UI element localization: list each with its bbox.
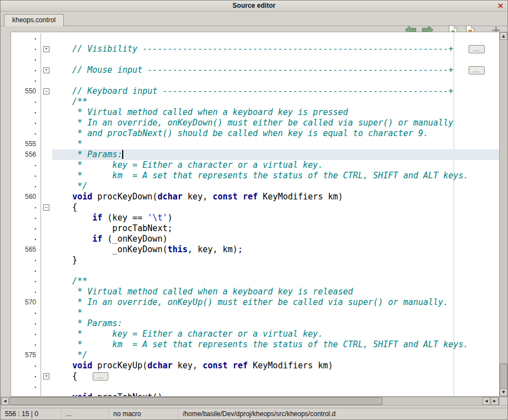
code-text[interactable]: * (52, 308, 499, 318)
code-line[interactable]: • * Virtual method called when a keyboar… (11, 107, 499, 118)
code-text[interactable]: } (52, 255, 499, 266)
code-text[interactable] (52, 382, 499, 392)
code-line[interactable]: • } (11, 255, 499, 266)
code-line[interactable]: • * key = Either a character or a virtua… (11, 160, 499, 171)
code-text[interactable]: if (key == '\t') (52, 213, 499, 223)
code-line[interactable]: • (11, 76, 499, 86)
code-text[interactable]: {... (52, 371, 499, 382)
fold-margin[interactable]: + (41, 65, 52, 76)
code-line[interactable]: • * Params: (11, 318, 499, 329)
code-line[interactable]: • * and procTabNext() should be called w… (11, 128, 499, 139)
folded-code-ellipsis[interactable]: ... (469, 66, 484, 74)
code-text[interactable]: * Params: (52, 149, 499, 160)
code-line[interactable]: 550− // Keyboard input -----------------… (11, 86, 499, 97)
code-line[interactable]: • */ (11, 181, 499, 192)
code-line[interactable]: • (11, 266, 499, 276)
code-text[interactable]: */ (52, 350, 499, 361)
code-line[interactable]: 560 void procKeyDown(dchar key, const re… (11, 192, 499, 202)
horizontal-scrollbar[interactable]: ◀ ◀ ▶ (1, 397, 499, 406)
code-text[interactable] (52, 76, 499, 86)
code-line[interactable]: • * (11, 308, 499, 318)
vertical-scrollbar-thumb[interactable] (500, 363, 507, 389)
code-line[interactable]: •+ // Visibility -----------------------… (11, 44, 499, 54)
close-icon[interactable]: ✕ (497, 2, 504, 10)
scroll-down-icon[interactable]: ▼ (500, 388, 507, 396)
code-line[interactable]: •+ // Mouse input ----------------------… (11, 65, 499, 76)
fold-margin (41, 76, 52, 86)
code-text[interactable]: // Mouse input -------------------------… (52, 65, 499, 76)
code-text[interactable]: // Visibility --------------------------… (52, 44, 499, 54)
code-text[interactable]: * Virtual method called when a keyboard … (52, 107, 499, 118)
fold-margin[interactable]: − (41, 86, 52, 97)
code-text[interactable]: if (_onKeyDown) (52, 234, 499, 244)
code-editor[interactable]: ••+ // Visibility ----------------------… (11, 32, 499, 397)
code-text[interactable]: * (52, 139, 499, 149)
code-text[interactable]: * In an override, onKeyDown() must eithe… (52, 118, 499, 128)
code-line[interactable]: • /** (11, 276, 499, 287)
code-line[interactable]: • * km = A set that represents the statu… (11, 171, 499, 181)
code-line[interactable]: • (11, 54, 499, 65)
code-line[interactable]: •+ {... (11, 371, 499, 382)
line-number: • (11, 266, 41, 276)
tab-kheops-control[interactable]: kheops.control (4, 14, 64, 26)
code-text[interactable]: procTabNext; (52, 223, 499, 234)
code-line[interactable]: • void procTabNext() (11, 392, 499, 397)
code-text[interactable]: _onKeyDown(this, key, km); (52, 244, 499, 255)
fold-collapsed-icon[interactable]: + (43, 46, 49, 52)
code-text[interactable]: * Params: (52, 318, 499, 329)
code-line[interactable]: • (11, 33, 499, 44)
code-text[interactable] (52, 54, 499, 65)
code-text[interactable]: * km = A set that represents the status … (52, 339, 499, 350)
fold-expanded-icon[interactable]: − (43, 88, 49, 94)
scroll-up-icon[interactable]: ▲ (500, 32, 507, 40)
fold-collapsed-icon[interactable]: + (43, 373, 49, 379)
code-text[interactable] (52, 266, 499, 276)
code-line[interactable]: • * km = A set that represents the statu… (11, 339, 499, 350)
code-text[interactable]: void procKeyUp(dchar key, const ref KeyM… (52, 361, 499, 371)
code-text[interactable]: * In an override, onKeyUp() must either … (52, 297, 499, 308)
fold-margin[interactable]: + (41, 371, 52, 382)
code-line[interactable]: • * In an override, onKeyDown() must eit… (11, 118, 499, 128)
code-line[interactable]: • (11, 382, 499, 392)
code-line[interactable]: • if (key == '\t') (11, 213, 499, 223)
code-text[interactable] (52, 33, 499, 44)
fold-margin (41, 392, 52, 397)
code-line[interactable]: 570 * In an override, onKeyUp() must eit… (11, 297, 499, 308)
code-line[interactable]: • * key = Either a character or a virtua… (11, 329, 499, 339)
code-line[interactable]: 556 * Params: (11, 149, 499, 160)
fold-collapsed-icon[interactable]: + (43, 67, 49, 73)
code-line[interactable]: • if (_onKeyDown) (11, 234, 499, 244)
vertical-scrollbar[interactable]: ▲ ▼ (499, 32, 508, 397)
folded-code-ellipsis[interactable]: ... (93, 372, 108, 381)
code-text[interactable]: * km = A set that represents the status … (52, 171, 499, 181)
scroll-right-icon[interactable]: ▶ (491, 397, 499, 405)
code-text[interactable]: * key = Either a character or a virtual … (52, 329, 499, 339)
code-text[interactable]: /** (52, 276, 499, 287)
code-text[interactable]: /** (52, 97, 499, 107)
code-line[interactable]: • /** (11, 97, 499, 107)
scroll-left-icon[interactable]: ◀ (482, 397, 490, 405)
code-text[interactable]: * and procTabNext() should be called whe… (52, 128, 499, 139)
code-line[interactable]: •− { (11, 202, 499, 213)
code-line[interactable]: • * Virtual method called when a keyboar… (11, 287, 499, 297)
fold-expanded-icon[interactable]: − (43, 204, 49, 211)
folded-code-ellipsis[interactable]: ... (469, 45, 484, 53)
code-line[interactable]: 565 _onKeyDown(this, key, km); (11, 244, 499, 255)
code-line[interactable]: • procTabNext; (11, 223, 499, 234)
fold-margin[interactable]: + (41, 44, 52, 54)
code-text[interactable]: * Virtual method called when a keyboard … (52, 287, 499, 297)
code-line[interactable]: • void procKeyUp(dchar key, const ref Ke… (11, 361, 499, 371)
code-text[interactable]: * key = Either a character or a virtual … (52, 160, 499, 171)
scroll-left-icon[interactable]: ◀ (1, 397, 9, 405)
code-line[interactable]: 555 * (11, 139, 499, 149)
code-text[interactable]: // Keyboard input ----------------------… (52, 86, 499, 97)
line-number: • (11, 223, 41, 234)
horizontal-scrollbar-thumb[interactable] (9, 397, 383, 405)
code-line[interactable]: 575 */ (11, 350, 499, 361)
fold-margin[interactable]: − (41, 202, 52, 213)
code-text[interactable]: { (52, 202, 499, 213)
code-text[interactable]: void procTabNext() (52, 392, 499, 397)
code-text[interactable]: */ (52, 181, 499, 192)
code-text[interactable]: void procKeyDown(dchar key, const ref Ke… (52, 192, 499, 202)
line-number: • (11, 213, 41, 223)
